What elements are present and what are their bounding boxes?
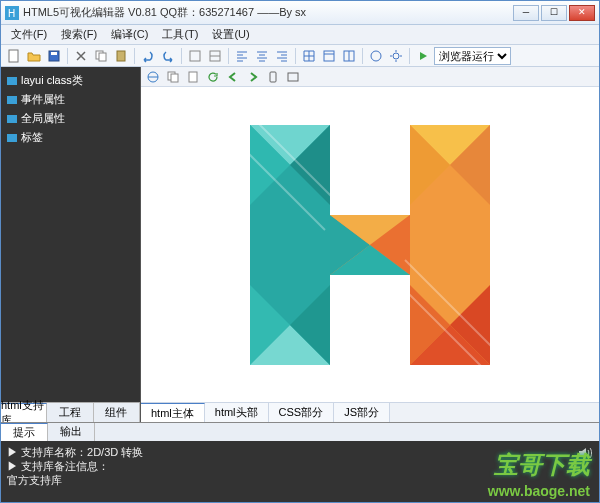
tree-item[interactable]: layui class类 xyxy=(3,71,138,90)
svg-rect-19 xyxy=(7,115,17,123)
tab-js[interactable]: JS部分 xyxy=(334,403,390,422)
menu-search[interactable]: 搜索(F) xyxy=(55,25,103,44)
separator xyxy=(228,48,229,64)
sidebar-tab-components[interactable]: 组件 xyxy=(94,403,140,422)
svg-rect-27 xyxy=(288,73,298,81)
tree-label: 事件属性 xyxy=(21,92,65,107)
save-icon[interactable] xyxy=(45,47,63,65)
align-left-icon[interactable] xyxy=(233,47,251,65)
tab-html-body[interactable]: html主体 xyxy=(141,403,205,422)
close-button[interactable]: ✕ xyxy=(569,5,595,21)
maximize-button[interactable]: ☐ xyxy=(541,5,567,21)
tool-icon-1[interactable] xyxy=(186,47,204,65)
grid-icon[interactable] xyxy=(300,47,318,65)
tree-label: layui class类 xyxy=(21,73,83,88)
separator xyxy=(67,48,68,64)
toolbar: 浏览器运行 xyxy=(1,45,599,67)
h-logo-graphic xyxy=(210,105,530,385)
output-console[interactable]: ▶ 支持库名称：2D/3D 转换 ▶ 支持库备注信息： 官方支持库 xyxy=(1,441,599,502)
align-center-icon[interactable] xyxy=(253,47,271,65)
svg-rect-6 xyxy=(99,53,106,61)
svg-text:H: H xyxy=(8,8,15,19)
bottom-panel: 提示 输出 ▶ 支持库名称：2D/3D 转换 ▶ 支持库备注信息： 官方支持库 xyxy=(1,422,599,502)
sidebar-tabs: html支持库 工程 组件 xyxy=(1,402,140,422)
forward-arrow-icon[interactable] xyxy=(245,69,261,85)
minimize-button[interactable]: ─ xyxy=(513,5,539,21)
menubar: 文件(F) 搜索(F) 编译(C) 工具(T) 设置(U) xyxy=(1,25,599,45)
tree-item[interactable]: 全局属性 xyxy=(3,109,138,128)
bottom-tabs: 提示 输出 xyxy=(1,423,599,441)
cut-icon[interactable] xyxy=(72,47,90,65)
tab-css[interactable]: CSS部分 xyxy=(269,403,335,422)
svg-point-16 xyxy=(393,53,399,59)
app-icon: H xyxy=(5,6,19,20)
new-file-icon[interactable] xyxy=(5,47,23,65)
separator xyxy=(409,48,410,64)
menu-settings[interactable]: 设置(U) xyxy=(206,25,255,44)
sidebar: layui class类 事件属性 全局属性 标签 html支持库 工程 组件 xyxy=(1,67,141,422)
run-mode-select[interactable]: 浏览器运行 xyxy=(434,47,511,65)
preview-canvas[interactable] xyxy=(141,87,599,402)
tree-item[interactable]: 事件属性 xyxy=(3,90,138,109)
window-controls: ─ ☐ ✕ xyxy=(513,5,595,21)
output-line: 官方支持库 xyxy=(7,473,593,487)
sound-icon[interactable] xyxy=(577,445,593,463)
tool-icon-2[interactable] xyxy=(206,47,224,65)
column-icon[interactable] xyxy=(340,47,358,65)
svg-rect-7 xyxy=(117,51,125,61)
folder-icon xyxy=(7,114,17,124)
align-right-icon[interactable] xyxy=(273,47,291,65)
back-arrow-icon[interactable] xyxy=(225,69,241,85)
redo-icon[interactable] xyxy=(159,47,177,65)
app-window: H HTML5可视化编辑器 V0.81 QQ群：635271467 ——By s… xyxy=(0,0,600,503)
separator xyxy=(181,48,182,64)
folder-icon xyxy=(7,95,17,105)
tab-html-head[interactable]: html头部 xyxy=(205,403,269,422)
menu-tools[interactable]: 工具(T) xyxy=(156,25,204,44)
svg-rect-24 xyxy=(171,74,178,82)
titlebar: H HTML5可视化编辑器 V0.81 QQ群：635271467 ——By s… xyxy=(1,1,599,25)
output-line: ▶ 支持库名称：2D/3D 转换 xyxy=(7,445,593,459)
svg-rect-11 xyxy=(324,51,334,61)
tree-item[interactable]: 标签 xyxy=(3,128,138,147)
device-icon[interactable] xyxy=(265,69,281,85)
svg-rect-20 xyxy=(7,134,17,142)
output-line: ▶ 支持库备注信息： xyxy=(7,459,593,473)
bottom-tab-hint[interactable]: 提示 xyxy=(1,423,48,441)
view-icon[interactable] xyxy=(367,47,385,65)
tree-label: 全局属性 xyxy=(21,111,65,126)
layout-icon[interactable] xyxy=(320,47,338,65)
svg-rect-26 xyxy=(270,72,276,82)
svg-rect-25 xyxy=(189,72,197,82)
menu-compile[interactable]: 编译(C) xyxy=(105,25,154,44)
page-icon[interactable] xyxy=(185,69,201,85)
browser-icon[interactable] xyxy=(145,69,161,85)
settings-icon[interactable] xyxy=(387,47,405,65)
svg-rect-8 xyxy=(190,51,200,61)
tree-label: 标签 xyxy=(21,130,43,145)
sidebar-tab-library[interactable]: html支持库 xyxy=(1,403,47,422)
svg-rect-4 xyxy=(51,52,57,55)
tree-panel: layui class类 事件属性 全局属性 标签 xyxy=(1,67,140,402)
svg-rect-17 xyxy=(7,77,17,85)
folder-icon xyxy=(7,133,17,143)
separator xyxy=(295,48,296,64)
paste-icon[interactable] xyxy=(112,47,130,65)
main-area: html主体 html头部 CSS部分 JS部分 xyxy=(141,67,599,422)
body-area: layui class类 事件属性 全局属性 标签 html支持库 工程 组件 xyxy=(1,67,599,422)
menu-file[interactable]: 文件(F) xyxy=(5,25,53,44)
window-icon[interactable] xyxy=(285,69,301,85)
copy-icon[interactable] xyxy=(92,47,110,65)
copy-preview-icon[interactable] xyxy=(165,69,181,85)
separator xyxy=(134,48,135,64)
preview-toolbar xyxy=(141,67,599,87)
open-folder-icon[interactable] xyxy=(25,47,43,65)
bottom-tab-output[interactable]: 输出 xyxy=(48,423,95,441)
sidebar-tab-project[interactable]: 工程 xyxy=(47,403,93,422)
main-tabs: html主体 html头部 CSS部分 JS部分 xyxy=(141,402,599,422)
refresh-icon[interactable] xyxy=(205,69,221,85)
undo-icon[interactable] xyxy=(139,47,157,65)
svg-rect-2 xyxy=(9,50,18,62)
run-icon[interactable] xyxy=(414,47,432,65)
separator xyxy=(362,48,363,64)
